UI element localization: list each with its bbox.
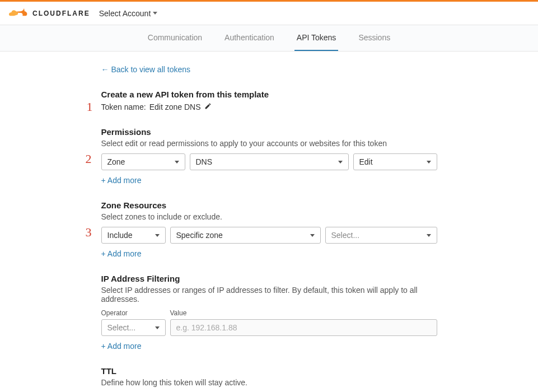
- top-header: CLOUDFLARE Select Account: [0, 2, 538, 25]
- permission-resource-value: DNS: [196, 157, 213, 166]
- permissions-add-more[interactable]: + Add more: [101, 176, 142, 185]
- zone-mode-value: Include: [107, 231, 133, 240]
- token-name-value: Edit zone DNS: [149, 102, 201, 111]
- token-header-section: 1 Create a new API token from this templ…: [101, 90, 437, 111]
- settings-tabs: Communication Authentication API Tokens …: [0, 25, 538, 52]
- arrow-left-icon: ←: [101, 65, 109, 74]
- brand-logo: CLOUDFLARE: [9, 6, 90, 20]
- account-selector-label: Select Account: [99, 9, 151, 18]
- chevron-down-icon: [155, 326, 160, 329]
- tab-authentication[interactable]: Authentication: [222, 33, 277, 51]
- ip-operator-label: Operator: [101, 309, 166, 317]
- token-name-row: Token name: Edit zone DNS: [101, 102, 437, 111]
- tab-sessions[interactable]: Sessions: [356, 33, 392, 51]
- zone-target-placeholder: Select...: [331, 231, 360, 240]
- permission-level-value: Edit: [359, 157, 373, 166]
- zone-resources-description: Select zones to include or exclude.: [101, 212, 437, 221]
- chevron-down-icon: [310, 234, 315, 237]
- permissions-row: Zone DNS Edit: [101, 153, 437, 170]
- zone-scope-select[interactable]: Specific zone: [170, 227, 321, 244]
- chevron-down-icon: [338, 161, 343, 164]
- ip-filter-heading: IP Address Filtering: [101, 274, 437, 283]
- ip-add-more[interactable]: + Add more: [101, 342, 142, 351]
- zone-add-more[interactable]: + Add more: [101, 249, 142, 258]
- chevron-down-icon: [427, 161, 431, 164]
- zone-mode-select[interactable]: Include: [101, 227, 166, 244]
- ttl-section: TTL Define how long this token will stay…: [101, 366, 437, 392]
- edit-token-name-button[interactable]: [204, 102, 212, 111]
- chevron-down-icon: [175, 161, 179, 164]
- ip-filter-row: Operator Select... Value: [101, 309, 437, 336]
- permission-level-select[interactable]: Edit: [353, 153, 437, 170]
- cloudflare-logo-icon: [9, 6, 29, 20]
- ttl-description: Define how long this token will stay act…: [101, 378, 437, 387]
- permission-resource-select[interactable]: DNS: [190, 153, 349, 170]
- zone-resources-heading: Zone Resources: [101, 200, 437, 210]
- ip-operator-select[interactable]: Select...: [101, 319, 166, 336]
- zone-resources-row: Include Specific zone Select...: [101, 227, 437, 244]
- permissions-section: 2 Permissions Select edit or read permis…: [101, 127, 437, 185]
- account-selector[interactable]: Select Account: [99, 9, 158, 18]
- tab-api-tokens[interactable]: API Tokens: [294, 33, 339, 51]
- zone-resources-section: 3 Zone Resources Select zones to include…: [101, 200, 437, 258]
- permission-scope-value: Zone: [107, 157, 125, 166]
- token-name-label: Token name:: [101, 102, 146, 111]
- annotation-2: 2: [86, 152, 92, 166]
- main-content: ← Back to view all tokens 1 Create a new…: [90, 52, 448, 392]
- permissions-description: Select edit or read permissions to apply…: [101, 139, 437, 148]
- brand-name: CLOUDFLARE: [32, 10, 90, 17]
- ip-filter-section: IP Address Filtering Select IP addresses…: [101, 274, 437, 351]
- ip-operator-value: Select...: [107, 323, 136, 332]
- chevron-down-icon: [427, 234, 431, 237]
- annotation-1: 1: [87, 100, 93, 114]
- zone-scope-value: Specific zone: [176, 231, 223, 240]
- permissions-heading: Permissions: [101, 127, 437, 137]
- tab-communication[interactable]: Communication: [146, 33, 204, 51]
- ttl-heading: TTL: [101, 366, 437, 376]
- permission-scope-select[interactable]: Zone: [101, 153, 185, 170]
- page-title: Create a new API token from this templat…: [101, 90, 437, 99]
- ip-value-input[interactable]: [170, 319, 437, 336]
- zone-target-select[interactable]: Select...: [325, 227, 437, 244]
- back-link-text: Back to view all tokens: [111, 65, 190, 74]
- chevron-down-icon: [155, 234, 160, 237]
- chevron-down-icon: [153, 12, 157, 15]
- annotation-3: 3: [86, 225, 92, 240]
- ip-filter-description: Select IP addresses or ranges of IP addr…: [101, 286, 437, 304]
- back-link[interactable]: ← Back to view all tokens: [101, 65, 191, 74]
- ip-value-label: Value: [170, 309, 437, 317]
